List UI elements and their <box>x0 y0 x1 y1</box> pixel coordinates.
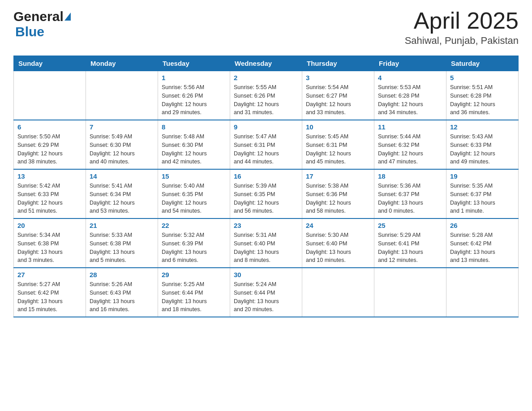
day-info: Sunrise: 5:50 AMSunset: 6:29 PMDaylight:… <box>17 133 82 166</box>
calendar-cell: 1Sunrise: 5:56 AMSunset: 6:26 PMDaylight… <box>158 71 230 120</box>
calendar-cell: 10Sunrise: 5:45 AMSunset: 6:31 PMDayligh… <box>302 120 374 169</box>
day-number: 11 <box>378 123 442 131</box>
calendar-cell: 15Sunrise: 5:40 AMSunset: 6:35 PMDayligh… <box>158 169 230 218</box>
day-info: Sunrise: 5:31 AMSunset: 6:40 PMDaylight:… <box>234 231 298 265</box>
day-number: 6 <box>17 123 82 131</box>
col-tuesday: Tuesday <box>158 56 230 71</box>
day-number: 17 <box>306 172 370 180</box>
week-row-2: 6Sunrise: 5:50 AMSunset: 6:29 PMDaylight… <box>14 120 519 169</box>
calendar-header-row: Sunday Monday Tuesday Wednesday Thursday… <box>14 56 519 71</box>
col-sunday: Sunday <box>14 56 86 71</box>
calendar-cell: 25Sunrise: 5:29 AMSunset: 6:41 PMDayligh… <box>374 218 446 268</box>
day-number: 20 <box>17 222 82 229</box>
day-number: 24 <box>306 222 370 229</box>
calendar-cell: 8Sunrise: 5:48 AMSunset: 6:30 PMDaylight… <box>158 120 230 169</box>
week-row-3: 13Sunrise: 5:42 AMSunset: 6:33 PMDayligh… <box>14 169 519 218</box>
day-info: Sunrise: 5:49 AMSunset: 6:30 PMDaylight:… <box>90 133 154 166</box>
day-number: 5 <box>450 74 515 81</box>
logo: General Blue <box>13 9 71 39</box>
calendar-cell: 30Sunrise: 5:24 AMSunset: 6:44 PMDayligh… <box>230 268 302 317</box>
logo-triangle-icon <box>64 13 71 21</box>
calendar-cell: 22Sunrise: 5:32 AMSunset: 6:39 PMDayligh… <box>158 218 230 268</box>
logo-general: General <box>13 9 64 24</box>
col-thursday: Thursday <box>302 56 374 71</box>
day-info: Sunrise: 5:47 AMSunset: 6:31 PMDaylight:… <box>234 133 298 166</box>
calendar-cell: 11Sunrise: 5:44 AMSunset: 6:32 PMDayligh… <box>374 120 446 169</box>
calendar-cell: 2Sunrise: 5:55 AMSunset: 6:26 PMDaylight… <box>230 71 302 120</box>
day-info: Sunrise: 5:39 AMSunset: 6:35 PMDaylight:… <box>234 182 298 215</box>
day-number: 12 <box>450 123 515 131</box>
day-info: Sunrise: 5:29 AMSunset: 6:41 PMDaylight:… <box>378 231 442 265</box>
day-info: Sunrise: 5:32 AMSunset: 6:39 PMDaylight:… <box>162 231 226 265</box>
calendar-cell: 9Sunrise: 5:47 AMSunset: 6:31 PMDaylight… <box>230 120 302 169</box>
day-info: Sunrise: 5:44 AMSunset: 6:32 PMDaylight:… <box>378 133 442 166</box>
day-number: 28 <box>90 271 154 278</box>
calendar-cell: 3Sunrise: 5:54 AMSunset: 6:27 PMDaylight… <box>302 71 374 120</box>
day-number: 14 <box>90 172 154 180</box>
day-info: Sunrise: 5:25 AMSunset: 6:44 PMDaylight:… <box>162 280 226 314</box>
day-number: 21 <box>90 222 154 229</box>
day-info: Sunrise: 5:28 AMSunset: 6:42 PMDaylight:… <box>450 231 515 265</box>
day-info: Sunrise: 5:35 AMSunset: 6:37 PMDaylight:… <box>450 182 515 215</box>
calendar-cell: 29Sunrise: 5:25 AMSunset: 6:44 PMDayligh… <box>158 268 230 317</box>
day-number: 16 <box>234 172 298 180</box>
calendar-table: Sunday Monday Tuesday Wednesday Thursday… <box>13 56 519 317</box>
day-number: 8 <box>162 123 226 131</box>
day-number: 2 <box>234 74 298 81</box>
day-info: Sunrise: 5:30 AMSunset: 6:40 PMDaylight:… <box>306 231 370 265</box>
week-row-4: 20Sunrise: 5:34 AMSunset: 6:38 PMDayligh… <box>14 218 519 268</box>
day-number: 25 <box>378 222 442 229</box>
page-header: General Blue April 2025 Sahiwal, Punjab,… <box>13 9 519 47</box>
calendar-cell: 5Sunrise: 5:51 AMSunset: 6:28 PMDaylight… <box>446 71 519 120</box>
calendar-cell: 16Sunrise: 5:39 AMSunset: 6:35 PMDayligh… <box>230 169 302 218</box>
calendar-cell <box>86 71 158 120</box>
day-info: Sunrise: 5:45 AMSunset: 6:31 PMDaylight:… <box>306 133 370 166</box>
day-info: Sunrise: 5:38 AMSunset: 6:36 PMDaylight:… <box>306 182 370 215</box>
calendar-cell: 19Sunrise: 5:35 AMSunset: 6:37 PMDayligh… <box>446 169 519 218</box>
day-info: Sunrise: 5:43 AMSunset: 6:33 PMDaylight:… <box>450 133 515 166</box>
calendar-cell: 13Sunrise: 5:42 AMSunset: 6:33 PMDayligh… <box>14 169 86 218</box>
week-row-1: 1Sunrise: 5:56 AMSunset: 6:26 PMDaylight… <box>14 71 519 120</box>
calendar-cell: 12Sunrise: 5:43 AMSunset: 6:33 PMDayligh… <box>446 120 519 169</box>
day-info: Sunrise: 5:36 AMSunset: 6:37 PMDaylight:… <box>378 182 442 215</box>
calendar-cell: 28Sunrise: 5:26 AMSunset: 6:43 PMDayligh… <box>86 268 158 317</box>
day-info: Sunrise: 5:27 AMSunset: 6:42 PMDaylight:… <box>17 280 82 314</box>
day-info: Sunrise: 5:54 AMSunset: 6:27 PMDaylight:… <box>306 83 370 117</box>
day-info: Sunrise: 5:34 AMSunset: 6:38 PMDaylight:… <box>17 231 82 265</box>
calendar-cell: 27Sunrise: 5:27 AMSunset: 6:42 PMDayligh… <box>14 268 86 317</box>
day-number: 27 <box>17 271 82 278</box>
calendar-cell <box>302 268 374 317</box>
col-wednesday: Wednesday <box>230 56 302 71</box>
day-info: Sunrise: 5:33 AMSunset: 6:38 PMDaylight:… <box>90 231 154 265</box>
calendar-cell: 7Sunrise: 5:49 AMSunset: 6:30 PMDaylight… <box>86 120 158 169</box>
day-number: 9 <box>234 123 298 131</box>
day-number: 23 <box>234 222 298 229</box>
calendar-cell: 18Sunrise: 5:36 AMSunset: 6:37 PMDayligh… <box>374 169 446 218</box>
calendar-cell: 17Sunrise: 5:38 AMSunset: 6:36 PMDayligh… <box>302 169 374 218</box>
day-number: 22 <box>162 222 226 229</box>
day-number: 26 <box>450 222 515 229</box>
calendar-cell: 26Sunrise: 5:28 AMSunset: 6:42 PMDayligh… <box>446 218 519 268</box>
col-friday: Friday <box>374 56 446 71</box>
calendar-cell: 24Sunrise: 5:30 AMSunset: 6:40 PMDayligh… <box>302 218 374 268</box>
day-number: 13 <box>17 172 82 180</box>
day-info: Sunrise: 5:41 AMSunset: 6:34 PMDaylight:… <box>90 182 154 215</box>
calendar-cell <box>14 71 86 120</box>
calendar-cell <box>446 268 519 317</box>
calendar-cell: 23Sunrise: 5:31 AMSunset: 6:40 PMDayligh… <box>230 218 302 268</box>
logo-blue: Blue <box>15 24 44 39</box>
day-info: Sunrise: 5:40 AMSunset: 6:35 PMDaylight:… <box>162 182 226 215</box>
calendar-cell <box>374 268 446 317</box>
day-info: Sunrise: 5:56 AMSunset: 6:26 PMDaylight:… <box>162 83 226 117</box>
calendar-cell: 20Sunrise: 5:34 AMSunset: 6:38 PMDayligh… <box>14 218 86 268</box>
day-number: 15 <box>162 172 226 180</box>
day-number: 30 <box>234 271 298 278</box>
day-number: 19 <box>450 172 515 180</box>
day-number: 1 <box>162 74 226 81</box>
calendar-title: April 2025 <box>405 9 519 32</box>
day-number: 3 <box>306 74 370 81</box>
col-saturday: Saturday <box>446 56 519 71</box>
calendar-subtitle: Sahiwal, Punjab, Pakistan <box>405 35 519 47</box>
day-number: 29 <box>162 271 226 278</box>
title-block: April 2025 Sahiwal, Punjab, Pakistan <box>405 9 519 47</box>
